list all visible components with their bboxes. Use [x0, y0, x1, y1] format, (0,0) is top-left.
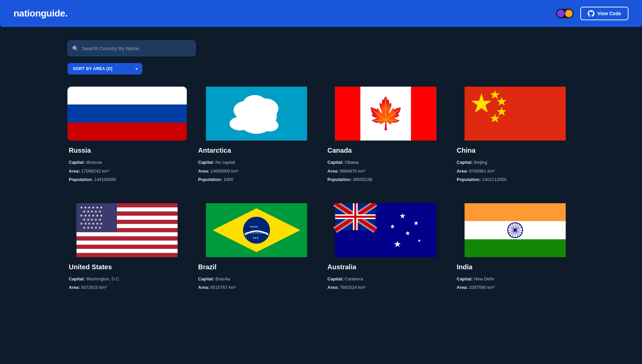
- svg-text:★: ★: [390, 223, 395, 230]
- antarctica-info: Antarctica Capital: No capital Area: 140…: [197, 141, 316, 193]
- sort-wrapper: SORT BY AREA [D] SORT BY AREA [A] SORT B…: [67, 63, 142, 74]
- svg-rect-54: [335, 216, 376, 218]
- brazil-flag-svg: ORDEM E PROGRESSO ★★★★ ★★★: [197, 203, 316, 257]
- country-flag-antarctica: [197, 87, 316, 141]
- antarctica-population: Population: 1000: [198, 176, 315, 183]
- canada-area: Area: 9984670 km²: [327, 168, 444, 175]
- country-card-canada[interactable]: 🍁 Canada Capital: Ottawa Area: 9984670 k…: [326, 87, 445, 193]
- sort-container: SORT BY AREA [D] SORT BY AREA [A] SORT B…: [67, 63, 575, 74]
- russia-name: Russia: [69, 147, 185, 154]
- antarctica-capital: Capital: No capital: [198, 159, 315, 166]
- canada-flag-svg: 🍁: [326, 87, 445, 141]
- india-capital: Capital: New Delhi: [457, 276, 574, 282]
- country-card-china[interactable]: China Capital: Beijing Area: 9706961 km²…: [456, 87, 575, 193]
- view-code-label: View Code: [597, 11, 621, 16]
- country-card-australia[interactable]: ★ ★ ★ ★ ★ ★ Australia Capital: Canberra …: [326, 203, 445, 301]
- usa-capital: Capital: Washington, D.C.: [69, 276, 185, 282]
- country-flag-brazil: ORDEM E PROGRESSO ★★★★ ★★★: [197, 203, 316, 257]
- country-card-brazil[interactable]: ORDEM E PROGRESSO ★★★★ ★★★ Brazil Capita…: [197, 203, 316, 301]
- china-flag-svg: [456, 87, 575, 141]
- australia-flag-svg: ★ ★ ★ ★ ★ ★: [326, 203, 445, 257]
- usa-info: United States Capital: Washington, D.C. …: [67, 257, 187, 301]
- antarctica-flag-svg: [197, 87, 316, 141]
- russia-capital: Capital: Moscow: [69, 159, 185, 166]
- russia-population: Population: 144104080: [69, 176, 185, 183]
- svg-rect-9: [411, 87, 436, 141]
- russia-flag-display: [67, 87, 187, 141]
- svg-rect-63: [464, 239, 565, 257]
- usa-area: Area: 9372610 km²: [69, 284, 185, 291]
- canada-capital: Capital: Ottawa: [327, 159, 444, 166]
- brazil-info: Brazil Capital: Brasília Area: 8515767 k…: [197, 257, 316, 301]
- svg-text:★ ★ ★ ★ ★: ★ ★ ★ ★ ★: [83, 210, 101, 213]
- svg-rect-27: [77, 245, 178, 249]
- russia-stripe-red: [67, 123, 187, 141]
- svg-text:★: ★: [413, 220, 419, 226]
- main-content: 🔍 SORT BY AREA [D] SORT BY AREA [A] SORT…: [0, 27, 642, 314]
- country-flag-australia: ★ ★ ★ ★ ★ ★: [326, 203, 445, 257]
- china-capital: Capital: Beijing: [457, 159, 574, 166]
- app-brand: nationguide.: [13, 8, 67, 19]
- svg-rect-11: [464, 87, 565, 141]
- australia-area: Area: 7692024 km²: [327, 284, 444, 291]
- svg-rect-26: [77, 240, 178, 244]
- australia-capital: Capital: Canberra: [327, 276, 444, 282]
- usa-name: United States: [69, 263, 185, 271]
- china-info: China Capital: Beijing Area: 9706961 km²…: [456, 141, 575, 193]
- navbar: nationguide. View Code: [0, 0, 642, 27]
- usa-flag-svg: ★ ★ ★ ★ ★ ★ ★ ★ ★ ★ ★ ★ ★ ★ ★ ★ ★ ★ ★ ★ …: [67, 203, 187, 257]
- svg-rect-25: [77, 236, 178, 240]
- search-icon: 🔍: [72, 45, 79, 52]
- russia-info: Russia Capital: Moscow Area: 17098242 km…: [67, 141, 187, 193]
- search-input[interactable]: [67, 40, 196, 56]
- svg-rect-29: [77, 253, 178, 257]
- country-flag-russia: [67, 87, 187, 141]
- sort-select[interactable]: SORT BY AREA [D] SORT BY AREA [A] SORT B…: [67, 63, 142, 74]
- country-card-antarctica[interactable]: Antarctica Capital: No capital Area: 140…: [197, 87, 316, 193]
- svg-text:★: ★: [399, 212, 406, 220]
- moon-icon: [557, 10, 564, 17]
- svg-text:★ ★ ★ ★ ★: ★ ★ ★ ★ ★: [83, 226, 101, 230]
- canada-name: Canada: [327, 147, 444, 154]
- india-info: India Capital: New Delhi Area: 3287590 k…: [456, 257, 575, 301]
- australia-info: Australia Capital: Canberra Area: 769202…: [326, 257, 445, 301]
- svg-text:★ ★ ★ ★ ★ ★: ★ ★ ★ ★ ★ ★: [80, 214, 103, 217]
- svg-text:★: ★: [417, 238, 421, 243]
- nav-right: View Code: [556, 7, 629, 20]
- india-flag-svg: [456, 203, 575, 257]
- russia-stripe-white: [67, 87, 187, 104]
- country-flag-canada: 🍁: [326, 87, 445, 141]
- country-card-usa[interactable]: ★ ★ ★ ★ ★ ★ ★ ★ ★ ★ ★ ★ ★ ★ ★ ★ ★ ★ ★ ★ …: [67, 203, 187, 301]
- country-flag-usa: ★ ★ ★ ★ ★ ★ ★ ★ ★ ★ ★ ★ ★ ★ ★ ★ ★ ★ ★ ★ …: [67, 203, 187, 257]
- svg-text:★: ★: [405, 230, 410, 237]
- svg-text:🍁: 🍁: [367, 95, 405, 131]
- canada-population: Population: 38005238: [327, 176, 444, 183]
- svg-text:★★★: ★★★: [252, 237, 258, 239]
- svg-text:★ ★ ★ ★ ★ ★: ★ ★ ★ ★ ★ ★: [80, 222, 103, 225]
- india-name: India: [457, 263, 574, 271]
- china-population: Population: 1402112000: [457, 176, 574, 183]
- countries-grid: Russia Capital: Moscow Area: 17098242 km…: [67, 87, 575, 301]
- india-area: Area: 3287590 km²: [457, 284, 574, 291]
- country-card-russia[interactable]: Russia Capital: Moscow Area: 17098242 km…: [67, 87, 187, 193]
- russia-area: Area: 17098242 km²: [69, 168, 185, 175]
- svg-text:ORDEM E PROGRESSO: ORDEM E PROGRESSO: [245, 232, 268, 234]
- view-code-button[interactable]: View Code: [580, 7, 629, 20]
- china-name: China: [457, 147, 574, 154]
- svg-rect-61: [464, 203, 565, 221]
- antarctica-name: Antarctica: [198, 147, 315, 154]
- theme-toggle[interactable]: [556, 9, 574, 18]
- brazil-capital: Capital: Brasília: [198, 276, 315, 282]
- brazil-name: Brazil: [198, 263, 315, 271]
- svg-point-6: [233, 101, 259, 120]
- country-card-india[interactable]: India Capital: New Delhi Area: 3287590 k…: [456, 203, 575, 301]
- svg-text:★ ★ ★ ★ ★ ★: ★ ★ ★ ★ ★ ★: [80, 206, 103, 209]
- sun-icon: [565, 10, 573, 17]
- search-container: 🔍: [67, 40, 575, 56]
- svg-text:★ ★ ★ ★ ★: ★ ★ ★ ★ ★: [83, 218, 101, 221]
- svg-rect-24: [77, 232, 178, 236]
- svg-point-3: [261, 119, 278, 131]
- svg-rect-8: [335, 87, 360, 141]
- antarctica-area: Area: 14000000 km²: [198, 168, 315, 175]
- github-icon: [588, 10, 594, 17]
